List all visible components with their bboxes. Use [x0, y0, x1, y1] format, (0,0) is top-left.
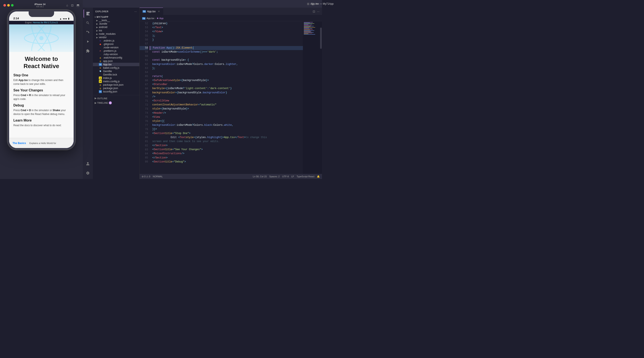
index-js-file[interactable]: JS index.js [93, 76, 139, 80]
vim-mode: NORMAL [153, 175, 163, 178]
timeline-section[interactable]: ▶ TIMELINE 1 [93, 100, 139, 105]
source-control-icon[interactable] [84, 28, 92, 36]
device-icons: ⌂ ⊡ ⬒ [66, 4, 79, 7]
debug-title: Debug [13, 104, 69, 107]
bottom-link[interactable]: The Basics [12, 142, 26, 145]
outline-section[interactable]: ▶ OUTLINE [93, 96, 139, 100]
vendor-folder[interactable]: ▶ vendor [93, 36, 139, 39]
root-folder[interactable]: ▾ MY71APP [93, 14, 139, 19]
metro-icon: JS [99, 80, 102, 83]
home-icon[interactable]: ⌂ [66, 4, 68, 7]
titlebar: App.tsx — My71App ⊞ ⊟ ••• [83, 0, 322, 8]
tsconfig-file[interactable]: TS tsconfig.json [93, 90, 139, 93]
error-count: 0 [144, 175, 146, 178]
code-line-81: screen and then come back to see your ed… [150, 140, 303, 144]
ts-tab-icon: TS [142, 10, 146, 13]
code-line-79: <Section title="Step One"> [150, 132, 303, 136]
gemfile-lock-file[interactable]: · Gemfile.lock [93, 73, 139, 76]
device-name: iPhone 14 [34, 3, 46, 6]
breadcrumb-file: TS App.tsx [142, 17, 154, 20]
code-line-59: const isDarkMode = useColorScheme() === … [150, 50, 303, 54]
bundle-folder[interactable]: ▶ .bundle [93, 22, 139, 26]
status-right: Ln 58, Col 15 Spaces: 2 UTF-8 LF TypeScr… [253, 175, 320, 178]
explorer-icon[interactable] [84, 9, 92, 18]
scrollbar[interactable] [320, 21, 322, 174]
editor-area: TS App.tsx ✕ ⊡ ··· TS App.tsx › ◈ App [140, 8, 322, 179]
bottom-desc: Explains a Hello World for [29, 142, 70, 144]
scrollbar-thumb[interactable] [320, 28, 322, 49]
editor-more-icon[interactable]: ··· [317, 10, 320, 13]
close-button[interactable] [4, 4, 6, 6]
activity-bar [83, 8, 93, 179]
watchmanconfig-file[interactable]: {} .watchmanconfig [93, 56, 139, 60]
package-lock-file[interactable]: {} package-lock.json [93, 83, 139, 86]
errors-status[interactable]: ⊘ 0 ⚠ 0 [142, 175, 150, 178]
notifications-icon[interactable]: 🔔 [317, 175, 320, 178]
vscode-panel: App.tsx — My71App ⊞ ⊟ ••• [83, 0, 322, 179]
code-editor[interactable]: {children} </Text> </View> ); } function… [150, 21, 303, 174]
app-json-file[interactable]: {} app.json [93, 60, 139, 63]
sidebar-tree: ▾ MY71APP ▶ __tests__ ▶ .bundle ▶ androi… [93, 14, 139, 179]
pkglock-icon: {} [99, 83, 102, 86]
account-icon[interactable] [84, 160, 92, 168]
split-right-icon[interactable]: ⊡ [313, 10, 315, 13]
code-line-57 [150, 42, 303, 46]
code-line-86: <Section title="Debug"> [150, 160, 303, 164]
simulator-panel: iPhone 14 iOS 16.1 ⌂ ⊡ ⬒ 2:14 ▲ ●●● ▮ En… [0, 0, 83, 179]
svg-point-3 [39, 36, 44, 40]
metro-config-file[interactable]: JS metro.config.js [93, 80, 139, 83]
package-json-file[interactable]: {} package.json [93, 86, 139, 90]
breadcrumb-sep1: › [155, 17, 156, 20]
eol[interactable]: LF [291, 175, 294, 178]
code-line-53: </Text> [150, 26, 303, 30]
react-logo-area [9, 24, 74, 52]
tab-close-button[interactable]: ✕ [158, 10, 160, 13]
sidebar: Explorer ··· ▾ MY71APP ▶ __tests__ ▶ .bu… [93, 8, 140, 179]
code-line-82: </Section> [150, 144, 303, 148]
language-mode[interactable]: TypeScript React [296, 175, 314, 178]
indentation[interactable]: Spaces: 2 [269, 175, 280, 178]
settings-icon[interactable] [84, 169, 92, 177]
code-line-72: contentInsetAdjustmentBehavior="automati… [150, 103, 303, 107]
ios-folder[interactable]: ▶ ios [93, 29, 139, 32]
sidebar-title: Explorer [96, 10, 108, 13]
gemfile-file[interactable]: 💎 Gemfile [93, 70, 139, 73]
step-one-title: Step One [13, 74, 69, 77]
ruby-version-file[interactable]: · .ruby-version [93, 52, 139, 56]
run-icon[interactable] [84, 37, 92, 46]
line-numbers: 52 53 54 55 56 57 58 59 60 61 62 63 64 6… [140, 21, 150, 174]
code-line-69: backgroundColor={backgroundStyle.backgro… [150, 91, 303, 95]
text-icon: · [99, 46, 102, 49]
minimize-button[interactable] [7, 4, 10, 6]
node-version-file[interactable]: · .node-version [93, 46, 139, 49]
babel-config-file[interactable]: B babel.config.js [93, 66, 139, 70]
screenshot-icon[interactable]: ⊡ [71, 4, 74, 7]
sidebar-header: Explorer ··· [93, 8, 139, 14]
tests-folder[interactable]: ▶ __tests__ [93, 19, 139, 22]
code-line-55: ); [150, 34, 303, 38]
android-folder[interactable]: ▶ android [93, 26, 139, 29]
layout-icon[interactable]: ⊞ [307, 2, 310, 6]
iphone-notch [29, 12, 54, 17]
app-content: Welcome toReact Native Step One Edit App… [9, 52, 74, 138]
error-icon: ⊘ [142, 175, 144, 178]
app-tsx-tab[interactable]: TS App.tsx ✕ [140, 8, 163, 15]
search-icon[interactable] [84, 19, 92, 27]
pkg-icon: {} [99, 87, 102, 90]
sidebar-more-button[interactable]: ··· [134, 10, 137, 13]
code-line-60 [150, 54, 303, 58]
warning-count: 0 [149, 175, 150, 178]
prettierrc-file[interactable]: P .prettierrc.js [93, 49, 139, 52]
node-modules-folder[interactable]: ▶ node_modules [93, 32, 139, 36]
timeline-badge: 1 [109, 102, 112, 104]
extensions-icon[interactable] [84, 47, 92, 55]
eslintrc-file[interactable]: E .eslintrc.js [93, 39, 139, 42]
gitignore-file[interactable]: ◆ .gitignore [93, 42, 139, 46]
code-line-58: function App(): JSX.Element { [150, 46, 303, 50]
share-icon[interactable]: ⬒ [76, 4, 79, 7]
app-tsx-file[interactable]: TS App.tsx [93, 63, 139, 66]
json-icon: {} [99, 60, 102, 62]
maximize-button[interactable] [11, 4, 14, 6]
encoding[interactable]: UTF-8 [282, 175, 289, 178]
cursor-position[interactable]: Ln 58, Col 15 [253, 175, 267, 178]
